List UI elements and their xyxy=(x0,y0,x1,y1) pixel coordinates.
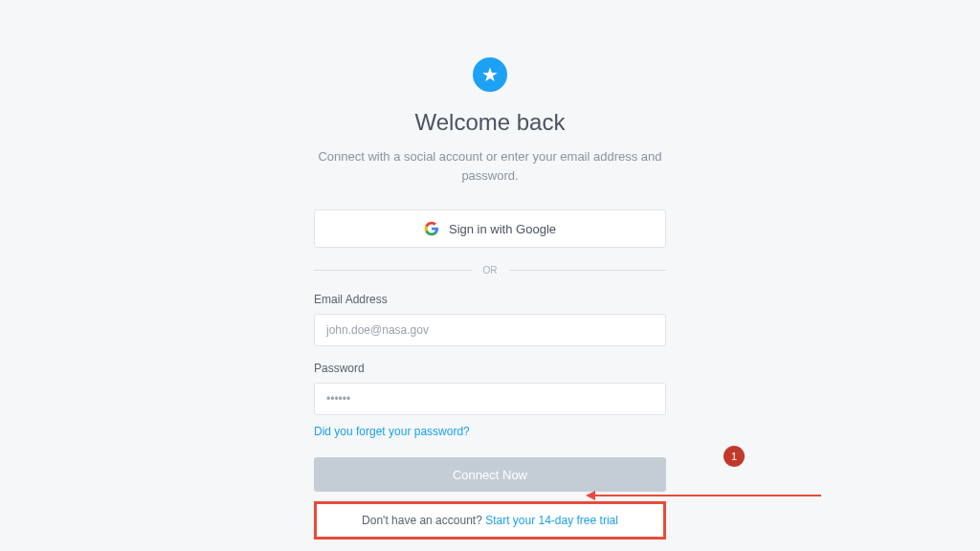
connect-now-button[interactable]: Connect Now xyxy=(314,457,666,492)
divider-text: OR xyxy=(483,265,498,276)
google-signin-button[interactable]: Sign in with Google xyxy=(314,209,666,248)
google-signin-label: Sign in with Google xyxy=(449,222,556,236)
google-icon xyxy=(424,221,439,236)
divider-line-right xyxy=(509,270,667,271)
password-field[interactable] xyxy=(314,383,666,415)
login-form: Sign in with Google OR Email Address Pas… xyxy=(314,209,666,540)
signup-trial-link[interactable]: Start your 14-day free trial xyxy=(485,514,618,527)
page-subtitle: Connect with a social account or enter y… xyxy=(313,147,667,185)
email-field[interactable] xyxy=(314,314,666,346)
page-title: Welcome back xyxy=(415,109,566,136)
annotation-arrow xyxy=(593,495,821,496)
login-page: ★ Welcome back Connect with a social acc… xyxy=(0,0,980,551)
annotation-badge: 1 xyxy=(724,446,745,467)
password-label: Password xyxy=(314,362,666,375)
signup-prompt: Don't have an account? xyxy=(362,514,485,527)
divider-line-left xyxy=(314,270,472,271)
star-icon: ★ xyxy=(481,63,499,86)
signup-row: Don't have an account? Start your 14-day… xyxy=(314,501,666,540)
logo: ★ xyxy=(473,57,507,92)
forgot-password-link[interactable]: Did you forget your password? xyxy=(314,425,666,438)
divider: OR xyxy=(314,265,666,276)
email-label: Email Address xyxy=(314,293,666,306)
